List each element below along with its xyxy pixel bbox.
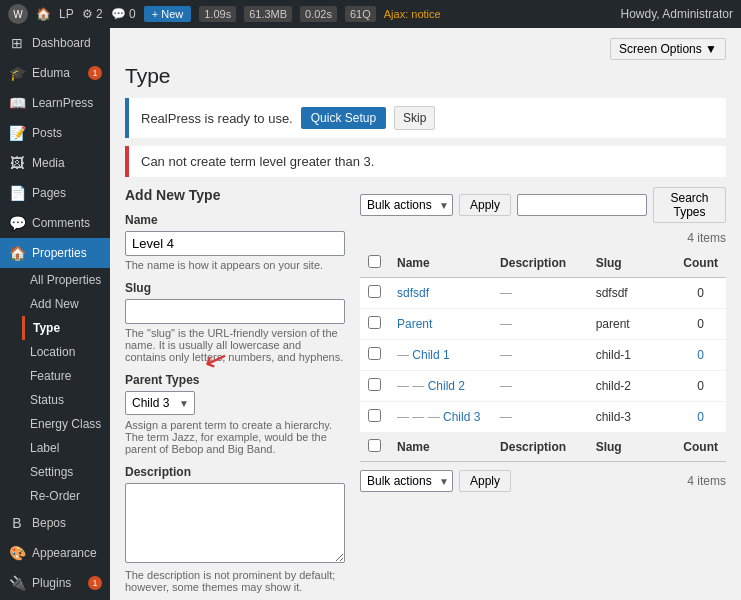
- apply-button-bottom[interactable]: Apply: [459, 470, 511, 492]
- parent-select-wrap: Child 3 ▼: [125, 391, 195, 415]
- row-checkbox[interactable]: [368, 378, 381, 391]
- plugins-icon: 🔌: [8, 575, 26, 591]
- admin-bar-new[interactable]: + New: [144, 6, 192, 22]
- row-description-cell: —: [492, 371, 588, 402]
- bulk-actions-select[interactable]: Bulk actions: [360, 194, 453, 216]
- sidebar-item-location[interactable]: Location: [22, 340, 110, 364]
- row-name-link[interactable]: Child 2: [428, 379, 465, 393]
- row-count-cell: 0: [675, 402, 726, 433]
- row-name-cell: Parent: [389, 309, 492, 340]
- admin-bar-settings[interactable]: ⚙ 2: [82, 7, 103, 21]
- admin-bar-queries: 0.02s: [300, 6, 337, 22]
- table-toolbar-bottom-left: Bulk actions ▼ Apply: [360, 470, 511, 492]
- sidebar-label-appearance: Appearance: [32, 546, 102, 560]
- row-count-value: 0: [697, 379, 704, 393]
- sidebar-label-settings: Settings: [30, 465, 102, 479]
- items-count-bottom: 4 items: [687, 474, 726, 488]
- table-column: Bulk actions ▼ Apply Search Types 4 i: [360, 187, 726, 600]
- sidebar-item-dashboard[interactable]: ⊞ Dashboard: [0, 28, 110, 58]
- row-checkbox-cell: [360, 309, 389, 340]
- row-description-value: —: [500, 317, 512, 331]
- footer-col-slug[interactable]: Slug: [588, 433, 676, 462]
- row-checkbox[interactable]: [368, 316, 381, 329]
- sidebar-item-all-properties[interactable]: All Properties: [22, 268, 110, 292]
- sidebar-item-learnpress[interactable]: 📖 LearnPress: [0, 88, 110, 118]
- row-description-cell: —: [492, 340, 588, 371]
- row-count-value: 0: [697, 410, 704, 424]
- form-column: Add New Type Name The name is how it app…: [125, 187, 345, 600]
- admin-bar-home[interactable]: 🏠: [36, 7, 51, 21]
- sidebar-item-media[interactable]: 🖼 Media: [0, 148, 110, 178]
- sidebar-item-plugins[interactable]: 🔌 Plugins 1: [0, 568, 110, 598]
- select-all-checkbox[interactable]: [368, 255, 381, 268]
- row-name-link[interactable]: sdfsdf: [397, 286, 429, 300]
- admin-bar-lp[interactable]: LP: [59, 7, 74, 21]
- sidebar-item-energy-class[interactable]: Energy Class: [22, 412, 110, 436]
- items-count-top: 4 items: [360, 231, 726, 245]
- sidebar-item-settings[interactable]: Settings: [22, 460, 110, 484]
- apply-button-top[interactable]: Apply: [459, 194, 511, 216]
- footer-col-count[interactable]: Count: [675, 433, 726, 462]
- sidebar-item-label[interactable]: Label: [22, 436, 110, 460]
- row-name-link[interactable]: Child 1: [412, 348, 449, 362]
- sidebar-item-appearance[interactable]: 🎨 Appearance: [0, 538, 110, 568]
- row-name-link[interactable]: Parent: [397, 317, 432, 331]
- row-checkbox-cell: [360, 371, 389, 402]
- screen-options-bar: Screen Options ▼: [125, 38, 726, 60]
- sidebar-item-reorder[interactable]: Re-Order: [22, 484, 110, 508]
- types-table: Name Description Slug Count sdfsdf — s: [360, 249, 726, 462]
- sidebar-item-properties[interactable]: 🏠 Properties: [0, 238, 110, 268]
- table-row: — — Child 2 — child-2 0: [360, 371, 726, 402]
- admin-bar-comments[interactable]: 💬 0: [111, 7, 136, 21]
- row-checkbox[interactable]: [368, 285, 381, 298]
- search-types-input[interactable]: [517, 194, 647, 216]
- col-description-header[interactable]: Description: [492, 249, 588, 278]
- row-checkbox[interactable]: [368, 409, 381, 422]
- description-textarea[interactable]: [125, 483, 345, 563]
- table-toolbar-right: Search Types: [517, 187, 726, 223]
- sidebar-item-posts[interactable]: 📝 Posts: [0, 118, 110, 148]
- learnpress-icon: 📖: [8, 95, 26, 111]
- footer-col-name[interactable]: Name: [389, 433, 492, 462]
- quick-setup-button[interactable]: Quick Setup: [301, 107, 386, 129]
- table-row: Parent — parent 0: [360, 309, 726, 340]
- slug-input[interactable]: [125, 299, 345, 324]
- sidebar-item-feature[interactable]: Feature: [22, 364, 110, 388]
- row-slug-value: child-3: [596, 410, 631, 424]
- sidebar-item-type[interactable]: Type: [22, 316, 110, 340]
- row-checkbox[interactable]: [368, 347, 381, 360]
- sidebar-item-add-new[interactable]: Add New: [22, 292, 110, 316]
- sidebar-item-comments[interactable]: 💬 Comments: [0, 208, 110, 238]
- skip-button[interactable]: Skip: [394, 106, 435, 130]
- name-input[interactable]: [125, 231, 345, 256]
- sidebar-label-add-new: Add New: [30, 297, 102, 311]
- parent-select[interactable]: Child 3: [125, 391, 195, 415]
- bulk-actions-wrap-bottom: Bulk actions ▼: [360, 470, 453, 492]
- col-count-header[interactable]: Count: [675, 249, 726, 278]
- row-name-cell: — — Child 2: [389, 371, 492, 402]
- footer-col-description[interactable]: Description: [492, 433, 588, 462]
- dashboard-icon: ⊞: [8, 35, 26, 51]
- bulk-actions-select-bottom[interactable]: Bulk actions: [360, 470, 453, 492]
- sidebar-item-eduma[interactable]: 🎓 Eduma 1: [0, 58, 110, 88]
- col-slug-header[interactable]: Slug: [588, 249, 676, 278]
- screen-options-button[interactable]: Screen Options ▼: [610, 38, 726, 60]
- sidebar-item-status[interactable]: Status: [22, 388, 110, 412]
- sidebar-label-type: Type: [33, 321, 102, 335]
- parent-label: Parent Types: [125, 373, 345, 387]
- row-slug-value: child-1: [596, 348, 631, 362]
- notice-box: RealPress is ready to use. Quick Setup S…: [125, 98, 726, 138]
- sidebar-item-pages[interactable]: 📄 Pages: [0, 178, 110, 208]
- slug-label: Slug: [125, 281, 345, 295]
- row-slug-value: parent: [596, 317, 630, 331]
- sidebar-label-status: Status: [30, 393, 102, 407]
- row-slug-cell: child-3: [588, 402, 676, 433]
- search-types-button[interactable]: Search Types: [653, 187, 726, 223]
- select-all-checkbox-footer[interactable]: [368, 439, 381, 452]
- col-name-header[interactable]: Name: [389, 249, 492, 278]
- table-row: sdfsdf — sdfsdf 0: [360, 278, 726, 309]
- admin-bar-time: 1.09s: [199, 6, 236, 22]
- row-name-link[interactable]: Child 3: [443, 410, 480, 424]
- sidebar-sub-properties: All Properties Add New Type Location Fea…: [0, 268, 110, 508]
- sidebar-item-bepos[interactable]: B Bepos: [0, 508, 110, 538]
